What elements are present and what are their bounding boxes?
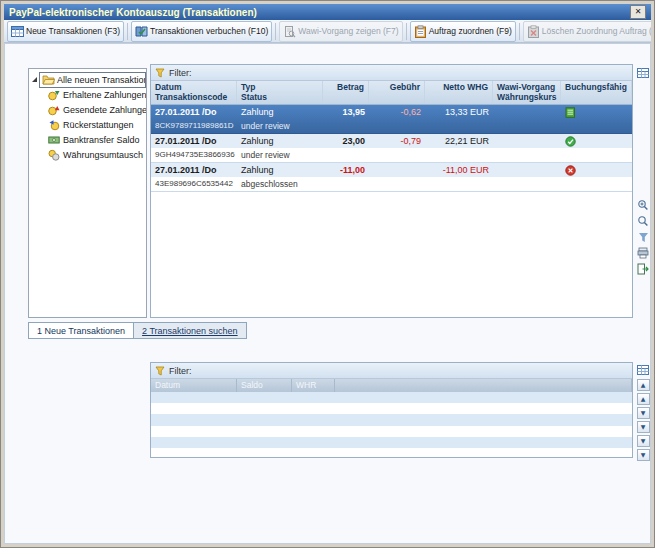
saldo-empty-row [151, 414, 632, 425]
tree-item-label: Banktransfer Saldo [63, 135, 140, 145]
tree-item-label: Währungsumtausch [63, 150, 143, 160]
saldo-nav-strip: ▲ ▲ ▼ ▼ ▼ ▼ [635, 363, 651, 461]
scroll-down-button[interactable]: ▼ [637, 449, 650, 461]
tree-item-label: Rückerstattungen [63, 120, 134, 130]
assign-order-icon [414, 25, 427, 38]
tree-root-selection: Alle neuen Transaktionen [39, 72, 146, 88]
cell-betrag: 23,00 [323, 134, 369, 148]
saldo-header: Datum Saldo WHR [151, 379, 632, 392]
show-wawi-order-button[interactable]: Wawi-Vorgang zeigen (F7) [279, 21, 402, 42]
prior-record-button[interactable]: ▲ [637, 393, 650, 405]
tree-item-gesendete-zahlungen[interactable]: Gesendete Zahlungen [29, 102, 146, 117]
cell-buchungsfaehig [561, 105, 632, 119]
button-label: Transaktionen verbuchen (F10) [150, 26, 268, 36]
first-record-button[interactable]: ▲ [637, 379, 650, 391]
tab-transaktionen-suchen[interactable]: 2 Transaktionen suchen [133, 322, 247, 339]
currency-exchange-icon [48, 149, 60, 161]
column-header-gebuehr[interactable]: Gebühr [369, 81, 425, 104]
saldo-empty-row [151, 392, 632, 403]
filter-button[interactable] [636, 230, 650, 244]
column-header-typ[interactable]: Typ Status [237, 81, 323, 104]
titlebar[interactable]: PayPal-elektronischer Kontoauszug (Trans… [4, 4, 651, 20]
post-transactions-button[interactable]: Transaktionen verbuchen (F10) [131, 21, 272, 42]
header-line: Betrag [327, 82, 364, 92]
grid-options-strip [635, 66, 651, 80]
header-line: Wawi-Vorgang [497, 82, 556, 92]
cell-wawi-vorgang [493, 105, 561, 119]
page-down-button[interactable]: ▼ [637, 435, 650, 447]
payment-sent-icon [48, 104, 60, 116]
new-transactions-button[interactable]: Neue Transaktionen (F3) [7, 21, 124, 42]
column-header-netto-whg[interactable]: Netto WHG [425, 81, 493, 104]
cell-datum: 27.01.2011 /Do [151, 134, 237, 148]
saldo-empty-row [151, 403, 632, 414]
cell-gebuehr [369, 163, 425, 177]
transaction-row[interactable]: 27.01.2011 /Do Zahlung 23,00 -0,79 22,21… [151, 134, 632, 163]
next-record-button[interactable]: ▼ [637, 407, 650, 419]
tree-item-erhaltene-zahlungen[interactable]: Erhaltene Zahlungen [29, 87, 146, 102]
column-header-buchungsfaehig[interactable]: Buchungsfähig [561, 81, 632, 104]
toolbar: Neue Transaktionen (F3) Transaktionen ve… [4, 20, 651, 43]
bookable-icon [565, 107, 576, 118]
last-record-button[interactable]: ▼ [637, 421, 650, 433]
filter-funnel-icon [155, 68, 165, 78]
cell-typ: Zahlung [237, 105, 323, 119]
tree-root-label: Alle neuen Transaktionen [57, 75, 146, 85]
bank-transfer-icon [48, 134, 60, 146]
tree-item-alle-neuen-transaktionen[interactable]: Alle neuen Transaktionen [29, 72, 146, 87]
saldo-column-datum[interactable]: Datum [151, 379, 237, 392]
tab-neue-transaktionen[interactable]: 1 Neue Transaktionen [28, 322, 134, 339]
transactions-filter-bar[interactable]: Filter: [151, 65, 632, 81]
header-line: Typ [241, 82, 318, 92]
header-line: Datum [155, 82, 232, 92]
cell-netto: -11,00 EUR [425, 163, 493, 177]
cell-netto: 22,21 EUR [425, 134, 493, 148]
cell-typ: Zahlung [237, 163, 323, 177]
saldo-empty-row [151, 426, 632, 437]
tree-item-rueckerstattungen[interactable]: Rückerstattungen [29, 117, 146, 132]
window: PayPal-elektronischer Kontoauszug (Trans… [0, 0, 655, 548]
tree-expander-icon[interactable] [32, 77, 37, 82]
toolbar-separator [127, 23, 128, 40]
folder-open-icon [42, 74, 55, 85]
window-title: PayPal-elektronischer Kontoauszug (Trans… [9, 7, 257, 18]
assign-order-button[interactable]: Auftrag zuordnen (F9) [410, 21, 516, 42]
transaction-row[interactable]: 27.01.2011 /Do Zahlung -11,00 -11,00 EUR… [151, 163, 632, 192]
cell-buchungsfaehig [561, 163, 632, 177]
saldo-column-whr[interactable]: WHR [292, 379, 335, 392]
cell-datum: 27.01.2011 /Do [151, 163, 237, 177]
zoom-in-button[interactable] [636, 198, 650, 212]
transactions-panel: Filter: Datum Transaktionscode Typ Statu… [150, 64, 633, 318]
grid-layout-icon[interactable] [636, 363, 650, 377]
grid-tools-strip [635, 198, 651, 276]
cell-typ: Zahlung [237, 134, 323, 148]
cell-betrag: 13,95 [323, 105, 369, 119]
payment-received-icon [48, 89, 60, 101]
saldo-filter-bar[interactable]: Filter: [151, 363, 632, 379]
print-button[interactable] [636, 246, 650, 260]
tree-item-label: Gesendete Zahlungen [63, 105, 147, 115]
filter-funnel-icon [155, 366, 165, 376]
transaction-row[interactable]: 27.01.2011 /Do Zahlung 13,95 -0,62 13,33… [151, 105, 632, 134]
cell-status: abgeschlossen [237, 177, 323, 191]
export-button[interactable] [636, 262, 650, 276]
column-header-betrag[interactable]: Betrag [323, 81, 369, 104]
saldo-rows [151, 392, 632, 458]
delete-order-assignment-button[interactable]: Löschen Zuordnung Auftrag (F4) [523, 21, 651, 42]
tab-label: 2 Transaktionen suchen [142, 326, 238, 336]
close-button[interactable]: ✕ [630, 5, 646, 19]
button-label: Auftrag zuordnen (F9) [429, 26, 512, 36]
grid-layout-icon[interactable] [636, 66, 650, 80]
tree-item-waehrungsumtausch[interactable]: Währungsumtausch [29, 147, 146, 162]
cell-wawi-vorgang [493, 163, 561, 177]
column-header-wawi-vorgang[interactable]: Wawi-Vorgang Währungskurs [493, 81, 561, 104]
button-label: Neue Transaktionen (F3) [26, 26, 120, 36]
saldo-column-saldo[interactable]: Saldo [237, 379, 292, 392]
search-button[interactable] [636, 214, 650, 228]
column-header-datum[interactable]: Datum Transaktionscode [151, 81, 237, 104]
header-line: Transaktionscode [155, 92, 232, 102]
saldo-empty-row [151, 437, 632, 448]
cell-wawi-vorgang [493, 134, 561, 148]
cell-status: under review [237, 119, 323, 133]
tree-item-banktransfer-saldo[interactable]: Banktransfer Saldo [29, 132, 146, 147]
